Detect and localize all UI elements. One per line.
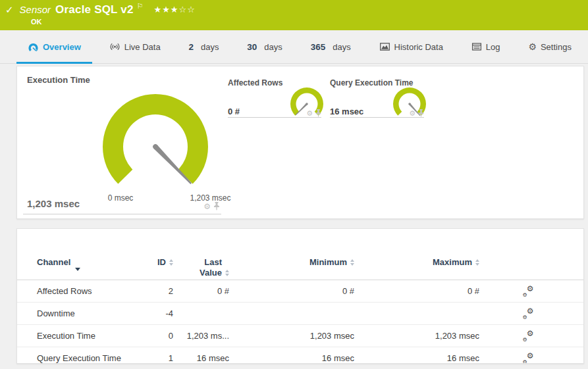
tab-label: Settings <box>541 42 572 52</box>
tab-label: days <box>333 42 350 52</box>
column-header-label: Maximum <box>433 257 472 268</box>
tab-number: 2 <box>188 42 194 52</box>
tab-number: 30 <box>247 42 257 52</box>
historic-data-icon <box>379 41 390 52</box>
execution-time-gauge-panel: Execution Time 0 msec 1,203 msec 1,203 m… <box>23 66 221 214</box>
tab-label: days <box>264 42 282 52</box>
table-row: Affected Rows 2 0 # 0 # 0 # ⚙⚙ <box>17 280 583 303</box>
gauge-title: Query Execution Time <box>330 78 414 87</box>
channel-last-value: 16 msec <box>173 353 229 363</box>
execution-time-gauge <box>101 92 210 201</box>
tab-label: Live Data <box>124 42 161 52</box>
gauge-settings-icon[interactable]: ⚙ <box>306 110 313 117</box>
tab-label: Overview <box>43 42 81 52</box>
channel-table-header: Channel ID Last Value Minimum Maximum <box>17 229 583 280</box>
column-header-maximum[interactable]: Maximum <box>354 229 479 280</box>
channel-minimum: 16 msec <box>229 353 354 363</box>
tab-settings[interactable]: ⚙ Settings <box>517 30 583 63</box>
gauge-max-label: 1,203 msec <box>179 193 242 203</box>
status-badge: OK <box>31 18 42 26</box>
stars-empty[interactable]: ☆☆ <box>178 5 195 14</box>
channel-settings-icon[interactable]: ⚙⚙ <box>523 353 534 364</box>
sensor-header: ✓ Sensor Oracle SQL v2 ⚐ ★★★☆☆ OK <box>0 0 588 30</box>
pin-icon[interactable] <box>315 109 321 117</box>
channel-id: 2 <box>149 286 173 296</box>
tab-log[interactable]: Log <box>460 30 512 63</box>
channel-last-value: 1,203 ms... <box>173 331 229 341</box>
channel-settings-icon[interactable]: ⚙⚙ <box>523 331 534 341</box>
column-header-minimum[interactable]: Minimum <box>229 229 354 280</box>
sensor-title: Oracle SQL v2 <box>55 3 134 16</box>
object-kind-label: Sensor <box>20 4 51 15</box>
pin-icon[interactable] <box>213 202 220 210</box>
channel-settings-icon[interactable]: ⚙⚙ <box>523 286 534 297</box>
gauge-settings-icon[interactable]: ⚙ <box>203 203 211 210</box>
gauge-settings-icon[interactable]: ⚙ <box>409 110 415 117</box>
column-header-id[interactable]: ID <box>149 229 173 280</box>
status-check-icon: ✓ <box>5 4 14 16</box>
stars-filled[interactable]: ★★★ <box>154 5 179 14</box>
gauge-title: Execution Time <box>27 75 90 85</box>
tab-label: Log <box>486 42 500 52</box>
column-header-label: ID <box>157 257 166 268</box>
affected-rows-gauge-panel: Affected Rows 0 # ⚙ <box>228 78 321 118</box>
column-header-last-value[interactable]: Last Value <box>173 229 229 280</box>
gauge-min-label: 0 msec <box>97 193 144 203</box>
tab-number: 365 <box>311 42 326 52</box>
channel-id: 1 <box>149 353 173 363</box>
gauges-panel: Execution Time 0 msec 1,203 msec 1,203 m… <box>16 66 584 219</box>
channel-id: -4 <box>149 308 173 318</box>
tab-2-days[interactable]: 2 days <box>177 30 230 63</box>
channel-maximum: 16 msec <box>354 353 479 363</box>
channel-name: Query Execution Time <box>17 353 149 363</box>
tab-overview[interactable]: Overview <box>16 30 92 63</box>
gauge-icon <box>28 41 39 53</box>
settings-gear-icon: ⚙ <box>528 42 537 51</box>
channel-minimum: 1,203 msec <box>229 331 354 341</box>
channel-maximum: 0 # <box>354 286 479 296</box>
tab-label: Historic Data <box>394 42 443 52</box>
tab-historic-data[interactable]: Historic Data <box>368 30 454 63</box>
pin-icon[interactable] <box>418 109 424 117</box>
tab-365-days[interactable]: 365 days <box>300 30 362 63</box>
channel-name: Execution Time <box>17 331 149 341</box>
channel-minimum: 0 # <box>229 286 354 296</box>
column-header-channel[interactable]: Channel <box>17 229 149 280</box>
table-row: Execution Time 0 1,203 ms... 1,203 msec … <box>17 325 583 347</box>
tab-30-days[interactable]: 30 days <box>236 30 294 63</box>
priority-stars[interactable]: ★★★☆☆ <box>154 5 196 14</box>
flag-icon: ⚐ <box>137 2 144 11</box>
gauge-title: Affected Rows <box>228 78 282 87</box>
live-data-icon <box>109 41 120 52</box>
column-header-label: Last <box>204 257 222 267</box>
column-header-label: Channel <box>37 257 70 267</box>
channel-last-value: 0 # <box>173 286 229 296</box>
table-row: Downtime -4 ⚙⚙ <box>17 303 583 325</box>
table-row: Query Execution Time 1 16 msec 16 msec 1… <box>17 347 583 364</box>
query-execution-time-gauge-panel: Query Execution Time 16 msec ⚙ <box>330 78 424 118</box>
column-header-label: Value <box>200 268 222 278</box>
gauge-value: 0 # <box>228 107 240 116</box>
column-header-label: Minimum <box>309 257 347 268</box>
log-icon <box>471 41 482 52</box>
channel-id: 0 <box>149 331 173 341</box>
channel-name: Downtime <box>17 308 149 318</box>
channel-table-panel: Channel ID Last Value Minimum Maximum Af… <box>16 228 584 364</box>
gauge-value: 1,203 msec <box>27 198 80 209</box>
sensor-tab-bar: Overview Live Data 2 days 30 days 365 da… <box>0 30 588 64</box>
channel-maximum: 1,203 msec <box>354 331 479 341</box>
tab-label: days <box>201 42 219 52</box>
sort-desc-icon <box>75 268 80 271</box>
channel-name: Affected Rows <box>17 286 149 296</box>
gauge-value: 16 msec <box>330 107 363 116</box>
channel-settings-icon[interactable]: ⚙⚙ <box>523 308 534 319</box>
tab-live-data[interactable]: Live Data <box>98 30 172 63</box>
